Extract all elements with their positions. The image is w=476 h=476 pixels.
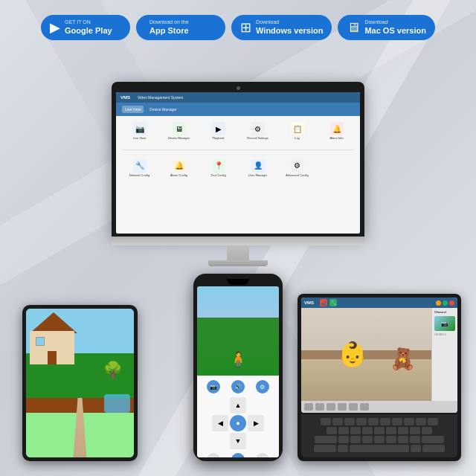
windows-label: Windows version bbox=[256, 26, 323, 36]
windows-text: Download Windows version bbox=[256, 19, 323, 36]
key-p[interactable] bbox=[428, 418, 438, 425]
key-a[interactable] bbox=[327, 427, 337, 434]
key-backspace[interactable] bbox=[422, 436, 444, 443]
key-s[interactable] bbox=[338, 427, 349, 434]
vms-icon-log-box: 📋 bbox=[291, 122, 304, 135]
ctrl-btn-1[interactable] bbox=[304, 403, 313, 411]
google-play-icon: ▶ bbox=[50, 19, 60, 36]
vms-icon-network[interactable]: 🔧 Network Config bbox=[122, 159, 157, 178]
key-k[interactable] bbox=[410, 427, 420, 434]
key-r[interactable] bbox=[356, 418, 367, 425]
vms-icon-devicemgr-label: Device Manager bbox=[168, 137, 190, 141]
key-space[interactable] bbox=[350, 445, 409, 452]
dpad-center[interactable]: ● bbox=[230, 415, 246, 431]
tablet-close-btn[interactable] bbox=[449, 300, 454, 306]
keyboard-row-3 bbox=[305, 436, 454, 443]
key-f[interactable] bbox=[362, 427, 373, 434]
tablet-vms-window-controls bbox=[436, 300, 454, 306]
key-x[interactable] bbox=[350, 436, 361, 443]
vms-icon-tour-label: Tour Config bbox=[210, 174, 225, 178]
vms-icon-tour[interactable]: 📍 Tour Config bbox=[201, 159, 236, 178]
macos-label: Mac OS version bbox=[364, 26, 426, 36]
phone-btn-3[interactable]: ⚙ bbox=[256, 380, 269, 393]
key-n[interactable] bbox=[398, 436, 408, 443]
dpad-right[interactable]: ▶ bbox=[248, 415, 264, 431]
tablet-right-sidebar: Channel 📷 192.168.1.1 bbox=[431, 308, 457, 401]
windows-button[interactable]: ⊞ Download Windows version bbox=[231, 15, 332, 40]
phone-screen: 🧍 📷 🔊 ⚙ ▲ ◀ ● bbox=[197, 286, 279, 457]
tablet-vms-icon-1[interactable]: 📹 bbox=[320, 299, 327, 306]
keyboard-row-2 bbox=[305, 427, 454, 434]
phone-zoom-in[interactable]: + bbox=[256, 453, 269, 457]
ctrl-btn-6[interactable] bbox=[360, 403, 369, 411]
macos-button[interactable]: 🖥 Download Mac OS version bbox=[338, 15, 435, 40]
vms-icon-advanced-label: Advanced Config bbox=[286, 174, 308, 178]
key-e[interactable] bbox=[344, 418, 355, 425]
vms-icon-advanced-box: ⚙ bbox=[291, 159, 304, 173]
key-t[interactable] bbox=[368, 418, 379, 425]
monitor-stand-neck bbox=[227, 245, 249, 260]
phone-snapshot[interactable]: ⊙ bbox=[231, 453, 245, 457]
tablet-vms-icon-2[interactable]: 🔧 bbox=[329, 299, 337, 306]
key-i[interactable] bbox=[404, 418, 414, 425]
dpad-empty-br bbox=[248, 433, 264, 449]
vms-icon-alarm[interactable]: 🔔 Alarm Info bbox=[319, 122, 354, 141]
key-q[interactable] bbox=[321, 418, 331, 425]
sidebar-info: 192.168.1.1 bbox=[434, 333, 455, 336]
vms-nav-liveview[interactable]: Live View bbox=[122, 106, 144, 113]
vms-icon-log[interactable]: 📋 Log bbox=[280, 122, 315, 141]
dpad-up[interactable]: ▲ bbox=[230, 397, 246, 414]
key-l[interactable] bbox=[422, 427, 432, 434]
ctrl-btn-5[interactable] bbox=[349, 403, 358, 411]
house-door bbox=[48, 351, 57, 364]
tablet-maximize-btn[interactable] bbox=[443, 300, 448, 306]
phone-controls: 📷 🔊 ⚙ ▲ ◀ ● ▶ ▼ bbox=[197, 376, 279, 457]
dpad-empty-tr bbox=[248, 397, 264, 414]
phone-btn-2[interactable]: 🔊 bbox=[231, 380, 245, 393]
key-z[interactable] bbox=[338, 436, 349, 443]
key-m[interactable] bbox=[410, 436, 420, 443]
monitor-stand-base bbox=[208, 260, 268, 266]
key-alt-r[interactable] bbox=[411, 445, 421, 452]
vms-icon-record[interactable]: ⚙ Record Settings bbox=[240, 122, 275, 141]
tablet-minimize-btn[interactable] bbox=[436, 300, 441, 306]
macos-icon: 🖥 bbox=[347, 20, 360, 36]
key-b[interactable] bbox=[386, 436, 396, 443]
key-h[interactable] bbox=[386, 427, 396, 434]
key-alt[interactable] bbox=[338, 445, 348, 452]
key-w[interactable] bbox=[332, 418, 343, 425]
google-play-button[interactable]: ▶ GET IT ON Google Play bbox=[41, 15, 130, 40]
vms-titlebar: VMS Video Management System bbox=[116, 92, 360, 103]
ctrl-btn-4[interactable] bbox=[338, 403, 347, 411]
key-shift[interactable] bbox=[315, 436, 337, 443]
app-store-button[interactable]: Download on the App Store bbox=[136, 15, 225, 40]
vms-icon-playback[interactable]: ▶ Playback bbox=[201, 122, 236, 141]
key-o[interactable] bbox=[416, 418, 426, 425]
vms-nav-device[interactable]: Device Manager bbox=[147, 106, 179, 113]
key-c[interactable] bbox=[362, 436, 373, 443]
vms-icon-liveview[interactable]: 📷 Live View bbox=[122, 122, 157, 141]
teddy-bear-emoji: 🧸 bbox=[390, 347, 416, 371]
ctrl-btn-3[interactable] bbox=[327, 403, 335, 411]
dpad-down[interactable]: ▼ bbox=[230, 433, 246, 449]
key-enter[interactable] bbox=[422, 445, 445, 452]
key-d[interactable] bbox=[350, 427, 361, 434]
app-store-text: Download on the App Store bbox=[149, 19, 189, 36]
key-g[interactable] bbox=[374, 427, 385, 434]
dpad-left[interactable]: ◀ bbox=[212, 415, 228, 431]
phone-zoom-out[interactable]: − bbox=[207, 453, 220, 457]
key-j[interactable] bbox=[398, 427, 408, 434]
vms-icon-devicemgr-box: 🖥 bbox=[173, 122, 186, 135]
desktop-monitor: VMS Video Management System Live View De… bbox=[112, 82, 364, 266]
keyboard bbox=[301, 414, 457, 457]
key-u[interactable] bbox=[392, 418, 402, 425]
vms-icon-devicemgr[interactable]: 🖥 Device Manager bbox=[161, 122, 196, 141]
vms-icon-alarmcfg[interactable]: 🔔 Alarm Config bbox=[161, 159, 196, 178]
phone-btn-1[interactable]: 📷 bbox=[207, 380, 220, 393]
vms-icon-advanced[interactable]: ⚙ Advanced Config bbox=[280, 159, 315, 178]
key-y[interactable] bbox=[380, 418, 390, 425]
vms-icon-user[interactable]: 👤 User Manager bbox=[240, 159, 275, 178]
key-ctrl[interactable] bbox=[314, 445, 336, 452]
ctrl-btn-2[interactable] bbox=[315, 403, 324, 411]
key-v[interactable] bbox=[374, 436, 385, 443]
